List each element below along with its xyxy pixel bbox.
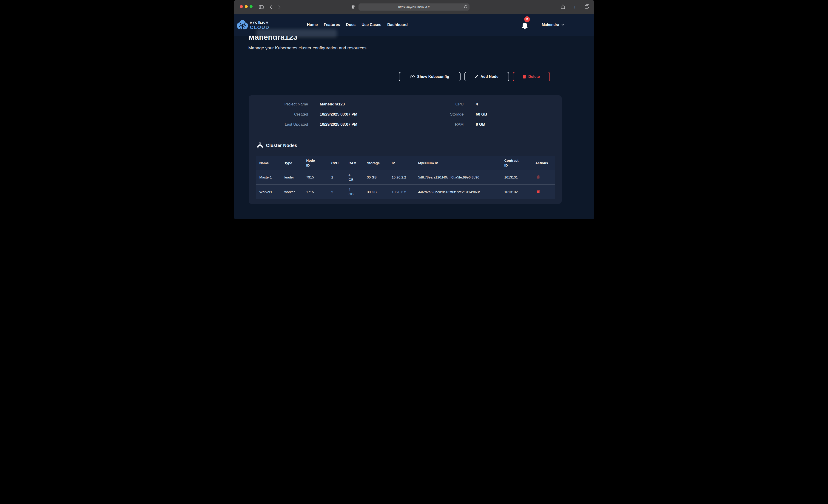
info-label: Storage	[423, 111, 464, 118]
chevron-down-icon	[562, 24, 565, 26]
cell-name: Worker1	[259, 190, 285, 194]
col-ram: RAM	[348, 161, 367, 165]
cell-type: worker	[285, 190, 306, 194]
info-value: Mahendra123	[320, 100, 358, 108]
info-label: Last Updated	[253, 121, 308, 128]
close-window-button[interactable]	[240, 5, 243, 8]
cell-type: leader	[285, 175, 306, 179]
reload-icon[interactable]	[464, 5, 467, 10]
cell-ip: 10.20.2.2	[392, 175, 418, 179]
eye-icon	[410, 75, 415, 78]
cell-storage: 30 GB	[367, 175, 392, 179]
cell-mycelium-ip: 5d8:78ea:a120:f40c:ff0f:a5fe:99e6:8b96	[418, 175, 504, 180]
col-mycelium-ip: Mycelium IP	[418, 161, 504, 165]
col-name: Name	[259, 161, 285, 165]
info-value: 8 GB	[476, 121, 487, 128]
nav-link-docs[interactable]: Docs	[346, 23, 356, 27]
cell-name: Master1	[259, 175, 285, 179]
col-storage: Storage	[367, 161, 392, 165]
delete-node-button[interactable]	[535, 174, 541, 180]
nav-link-use-cases[interactable]: Use Cases	[362, 23, 381, 27]
col-contract-id: Contract ID	[504, 158, 535, 168]
nav-link-home[interactable]: Home	[307, 23, 318, 27]
cell-contract-id: 1613132	[504, 190, 535, 194]
cell-node-id: 7915	[306, 175, 331, 179]
table-row: Worker1 worker 1715 2 4 GB 30 GB 10.20.3…	[256, 184, 555, 199]
cell-contract-id: 1613131	[504, 175, 535, 179]
tab-overview-icon[interactable]	[585, 4, 589, 10]
info-label: Created	[253, 111, 308, 118]
nav-links: Home Features Docs Use Cases Dashboard	[307, 14, 408, 36]
shield-icon[interactable]	[351, 0, 356, 14]
info-label: RAM	[423, 121, 464, 128]
brand-name-top: MYCLIUM	[250, 21, 270, 24]
back-icon[interactable]	[269, 0, 274, 14]
share-icon[interactable]	[561, 4, 565, 10]
cluster-details-card: Project Name Mahendra123 Created 10/29/2…	[249, 95, 562, 204]
cell-mycelium-ip: 446:d2a6:8bcd:8c16:ff0f:72e2:3114:863f	[418, 190, 504, 194]
page-subtitle: Manage your Kubernetes cluster configura…	[248, 45, 367, 50]
user-menu[interactable]: Mahendra	[542, 14, 565, 36]
col-cpu: CPU	[331, 161, 348, 165]
info-value: 10/29/2025 03:07 PM	[320, 121, 358, 128]
col-node-id: Node ID	[306, 158, 331, 168]
brand-e-glyph	[258, 22, 260, 24]
nav-link-dashboard[interactable]: Dashboard	[387, 23, 408, 27]
cell-ram: 4 GB	[348, 172, 367, 182]
info-label: CPU	[423, 100, 464, 108]
forward-icon[interactable]	[277, 0, 282, 14]
info-value: 10/29/2025 03:07 PM	[320, 111, 358, 118]
trash-icon	[537, 175, 540, 179]
cell-cpu: 2	[331, 190, 348, 194]
traffic-lights	[240, 5, 253, 8]
app-navbar: MYCLIUM CLOUD Home Features Docs Use Cas…	[234, 14, 594, 36]
network-nodes-icon	[257, 142, 263, 149]
col-type: Type	[285, 161, 306, 165]
notifications-button[interactable]	[522, 22, 529, 30]
cluster-info-right: CPU 4 Storage 60 GB RAM 8 GB	[423, 100, 487, 128]
trash-icon	[537, 190, 540, 193]
nodes-table-header: Name Type Node ID CPU RAM Storage IP Myc…	[256, 156, 555, 170]
sidebar-toggle-icon[interactable]	[258, 0, 264, 14]
notification-badge: 11	[524, 16, 530, 22]
zoom-window-button[interactable]	[250, 5, 253, 8]
cell-ram: 4 GB	[348, 187, 367, 197]
bell-icon	[522, 22, 528, 30]
url-text: https://myceliumcloud.tf	[398, 5, 429, 9]
web-page: Mahendra123 Manage your Kubernetes clust…	[234, 14, 594, 219]
pencil-icon	[475, 75, 478, 79]
cluster-info-left: Project Name Mahendra123 Created 10/29/2…	[253, 100, 358, 128]
brand-name-bottom: CLOUD	[250, 25, 270, 30]
cluster-actions: Show Kubeconfig Add Node Delete	[234, 72, 550, 81]
col-ip: IP	[392, 161, 418, 165]
brand-logo[interactable]: MYCLIUM CLOUD	[237, 19, 270, 31]
browser-toolbar: https://myceliumcloud.tf +	[234, 0, 594, 14]
show-kubeconfig-button[interactable]: Show Kubeconfig	[399, 72, 460, 81]
address-bar[interactable]: https://myceliumcloud.tf	[359, 3, 469, 10]
cell-actions	[535, 189, 555, 195]
cell-actions	[535, 174, 555, 180]
cell-cpu: 2	[331, 175, 348, 179]
nav-link-features[interactable]: Features	[324, 23, 340, 27]
browser-window: https://myceliumcloud.tf +	[234, 0, 594, 219]
add-node-button[interactable]: Add Node	[464, 72, 509, 81]
delete-cluster-button[interactable]: Delete	[513, 72, 550, 81]
info-value: 4	[476, 100, 487, 108]
user-name: Mahendra	[542, 23, 560, 27]
trash-icon	[523, 75, 526, 79]
new-tab-icon[interactable]: +	[573, 4, 576, 10]
table-row: Master1 leader 7915 2 4 GB 30 GB 10.20.2…	[256, 170, 555, 184]
minimize-window-button[interactable]	[245, 5, 248, 8]
col-actions: Actions	[535, 161, 555, 165]
cell-node-id: 1715	[306, 190, 331, 194]
info-label: Project Name	[253, 100, 308, 108]
cell-storage: 30 GB	[367, 190, 392, 194]
cell-ip: 10.20.3.2	[392, 190, 418, 194]
info-value: 60 GB	[476, 111, 487, 118]
mycelium-logo-icon	[237, 19, 248, 31]
delete-node-button[interactable]	[535, 189, 541, 195]
cluster-nodes-heading: Cluster Nodes	[257, 142, 297, 149]
nodes-table: Name Type Node ID CPU RAM Storage IP Myc…	[256, 156, 555, 199]
